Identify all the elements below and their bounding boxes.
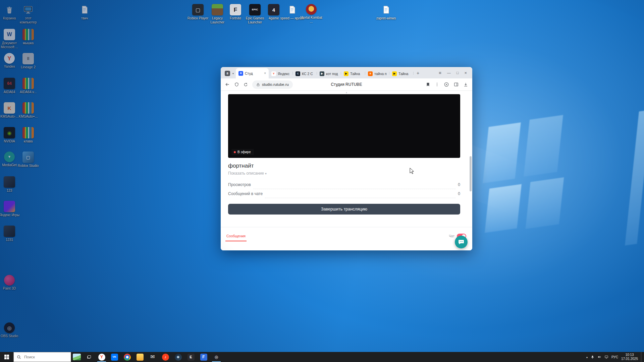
roblox-studio-shortcut-label: Roblox Studio [16, 164, 40, 168]
show-desktop-button[interactable] [641, 352, 643, 362]
live-dot-icon [234, 151, 236, 153]
lineage2-shortcut-icon: II [22, 53, 34, 64]
tab-kot-pod[interactable]: ▶кот под [317, 69, 341, 78]
myshka-archive[interactable]: мышка [16, 29, 40, 45]
bookmark-flag-icon[interactable] [426, 82, 430, 87]
photo-123[interactable]: 123 [0, 176, 21, 193]
tab-rutube-studio[interactable]: RСтуд× [236, 68, 269, 78]
taskbar-yandex-browser[interactable]: Y [95, 352, 108, 362]
zapret-winws-shortcut-icon [380, 4, 392, 15]
minimize-button[interactable]: — [447, 71, 451, 75]
news-widget-icon[interactable] [71, 352, 83, 362]
tab-cs2[interactable]: CКС 2 С [293, 69, 317, 78]
mortal-kombat-shortcut-label: Mortal Kombat ... [299, 16, 323, 23]
taskbar-mail[interactable]: ✉ [146, 352, 159, 362]
search-input[interactable] [23, 355, 65, 359]
aida64-shortcut-icon: 64 [4, 78, 15, 89]
tab-kot-pod-label: кот под [326, 72, 338, 76]
yandex-games-shortcut[interactable]: Яндекс Игры [0, 201, 21, 217]
aida64-archive[interactable]: AIDA64.v... [16, 78, 40, 94]
reload-button[interactable] [243, 82, 248, 87]
tab-taina-1[interactable]: ▶Тайна [341, 69, 365, 78]
tab-messages[interactable]: Сообщения [225, 231, 247, 241]
taskbar-search[interactable] [13, 352, 71, 362]
paint3d-shortcut[interactable]: Paint 3D [0, 275, 21, 291]
show-description-link[interactable]: Показать описание ▾ [228, 171, 460, 176]
maximize-button[interactable]: □ [457, 71, 459, 75]
tab-rutube-studio-close-icon[interactable]: × [264, 71, 266, 75]
taskbar-vk[interactable]: VK [108, 352, 121, 362]
taskbar-yandex-music[interactable]: ♪ [159, 352, 172, 362]
start-button[interactable] [0, 352, 13, 362]
tray-volume-icon[interactable] [597, 355, 601, 359]
obs-studio-shortcut[interactable]: ◎OBS Studio [0, 322, 21, 338]
stat-row-0: Просмотров0 [228, 180, 460, 189]
yandex-games-shortcut-icon [4, 201, 15, 212]
yandex-games-shortcut-label: Яндекс Игры [0, 213, 21, 217]
side-panel-icon[interactable] [453, 82, 459, 87]
collapse-chevron-icon[interactable]: ▴ [346, 91, 347, 94]
this-pc-label: этот компьютер [16, 16, 40, 24]
language-indicator[interactable]: РУС [611, 355, 618, 359]
mortal-kombat-shortcut[interactable]: Mortal Kombat ... [299, 4, 323, 23]
stream-video-player[interactable]: В эфире [228, 94, 460, 158]
back-button[interactable] [225, 82, 230, 87]
tray-mic-icon[interactable] [591, 355, 594, 359]
close-button[interactable]: × [464, 70, 467, 75]
end-broadcast-button[interactable]: Завершить трансляцию [228, 204, 460, 215]
tvich-shortcut[interactable]: твич [72, 4, 97, 20]
tab-search-dropdown-icon[interactable]: ▾ [232, 72, 234, 75]
kmsauto-archive[interactable]: KMSAuto+... [16, 102, 40, 119]
clock[interactable]: 10:13 17.01.2025 [621, 353, 638, 361]
task-view-button[interactable] [83, 352, 95, 362]
tab-taina-2[interactable]: 9тайна п [365, 69, 389, 78]
support-chat-fab[interactable] [455, 236, 468, 248]
taskbar-chrome[interactable] [121, 352, 133, 362]
protect-shield-icon[interactable] [234, 82, 239, 87]
klava-archive-icon [22, 127, 34, 138]
tab-yandex[interactable]: YЯндекс [269, 69, 293, 78]
tab-taina-3[interactable]: ▶Тайна [389, 69, 414, 78]
tab-taina-2-favicon: 9 [368, 71, 373, 76]
address-bar[interactable]: studio.rutube.ru [252, 80, 293, 89]
taskbar-obs-icon: ◎ [213, 354, 220, 361]
taskbar-obs[interactable]: ◎ [210, 352, 223, 362]
desktop: Корзинаэтот компьютертвич▢Roblox PlayerL… [0, 0, 644, 362]
chevron-down-icon: ▾ [265, 172, 267, 175]
tvich-shortcut-icon [79, 4, 90, 15]
tray-network-icon[interactable] [604, 355, 608, 359]
new-tab-button[interactable]: + [414, 70, 422, 78]
tab-taina-2-label: тайна п [374, 72, 387, 76]
taskbar-explorer[interactable] [133, 352, 146, 362]
klava-archive[interactable]: клава [16, 127, 40, 143]
zapret-winws-shortcut-label: zapret-winws [374, 16, 398, 20]
video-pip-icon[interactable] [444, 82, 449, 87]
kmsauto-file-icon: K [4, 102, 15, 114]
taskbar-fortnite[interactable]: F [197, 352, 210, 362]
taskbar-steam[interactable]: ◉ [172, 352, 184, 362]
lineage2-shortcut[interactable]: IILineage 2 [16, 53, 40, 69]
live-badge: В эфире [231, 149, 254, 155]
taskbar-epic-games[interactable]: E [184, 352, 197, 362]
stat-row-1: Сообщений в чате0 [228, 189, 460, 198]
this-pc[interactable]: этот компьютер [16, 4, 40, 24]
zapret-winws-shortcut[interactable]: zapret-winws [374, 4, 398, 20]
pinned-tab[interactable]: 8 [225, 71, 230, 76]
more-options-icon[interactable] [435, 82, 439, 87]
taskbar-apps: YVK✉♪◉EF◎ [95, 352, 223, 362]
page-scrollbar-thumb[interactable] [470, 156, 472, 191]
address-domain: studio.rutube.ru [262, 82, 289, 86]
window-controls: ≡ — □ × [439, 70, 470, 75]
show-description-label: Показать описание [228, 171, 264, 176]
stat-value: 0 [458, 182, 460, 187]
speed-shortcut-icon [286, 4, 298, 15]
tray-chevron-up-icon[interactable]: ▴ [586, 356, 588, 359]
roblox-studio-shortcut[interactable]: ▢Roblox Studio [16, 152, 40, 168]
downloads-icon[interactable] [463, 82, 468, 87]
stat-label: Сообщений в чате [228, 191, 263, 196]
chat-toggle-label: Чат [449, 234, 454, 238]
browser-menu-button[interactable]: ≡ [439, 70, 441, 75]
photo-123-icon [4, 176, 15, 188]
photo-1231[interactable]: 1231 [0, 226, 21, 242]
taskbar-yandex-music-icon: ♪ [162, 354, 169, 361]
